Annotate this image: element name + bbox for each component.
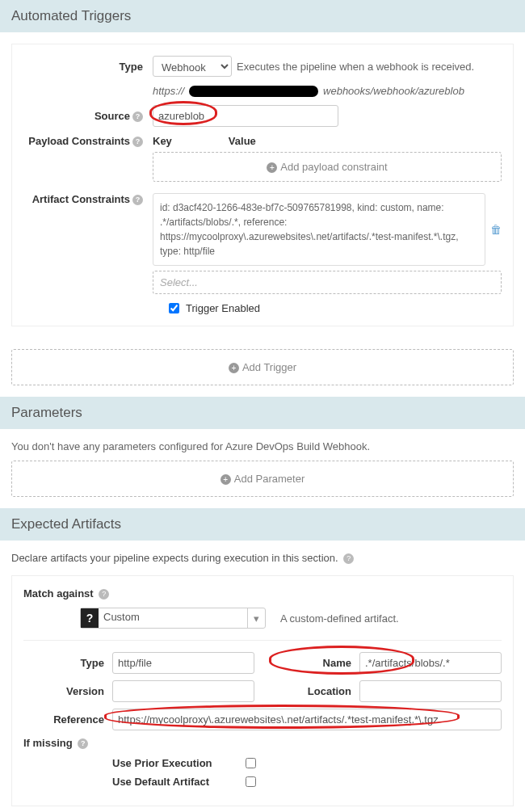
artifact-location-input[interactable] (359, 680, 502, 702)
chevron-down-icon: ▾ (247, 608, 265, 628)
plus-icon: + (229, 363, 239, 373)
match-against-select[interactable]: ? Custom ▾ (80, 608, 266, 629)
artifact-location-label: Location (271, 685, 359, 697)
payload-constraints-label: Payload Constraints? (23, 135, 153, 147)
parameters-empty-msg: You don't have any parameters configured… (11, 440, 514, 452)
match-against-label: Match against (23, 587, 94, 600)
trigger-config-box: Type Webhook Executes the pipeline when … (11, 44, 514, 326)
add-trigger-button[interactable]: +Add Trigger (11, 349, 514, 385)
triggers-header: Automated Triggers (0, 0, 525, 32)
use-prior-checkbox[interactable] (246, 758, 256, 768)
value-header: Value (229, 135, 256, 147)
use-default-label: Use Default Artifact (112, 776, 246, 788)
artifact-constraint-item[interactable]: id: d3acf420-1266-483e-bf7c-509765781998… (153, 193, 485, 266)
source-input[interactable] (153, 105, 338, 127)
type-label: Type (23, 61, 153, 73)
help-icon[interactable]: ? (99, 589, 109, 600)
expected-artifacts-header: Expected Artifacts (0, 508, 525, 541)
source-label: Source? (23, 110, 153, 122)
artifact-constraints-label: Artifact Constraints? (23, 193, 153, 205)
help-icon[interactable]: ? (343, 553, 354, 564)
artifact-type-label: Type (23, 657, 112, 669)
parameters-header: Parameters (0, 397, 525, 429)
redacted-host (189, 86, 318, 97)
help-icon[interactable]: ? (78, 738, 88, 749)
use-default-checkbox[interactable] (246, 776, 256, 787)
help-icon[interactable]: ? (132, 137, 143, 147)
artifact-reference-label: Reference (23, 713, 112, 726)
question-icon: ? (81, 608, 99, 628)
if-missing-label: If missing ? (23, 737, 136, 749)
webhook-url: https://webhooks/webhook/azureblob (153, 85, 502, 97)
plus-icon: + (267, 162, 277, 173)
artifact-reference-input[interactable] (112, 709, 502, 730)
artifact-select[interactable]: Select... (153, 271, 502, 294)
type-select[interactable]: Webhook (153, 56, 232, 77)
trigger-enabled-label: Trigger Enabled (186, 302, 260, 314)
match-against-description: A custom-defined artifact. (280, 612, 399, 625)
expected-artifacts-description: Declare artifacts your pipeline expects … (11, 552, 514, 564)
help-icon[interactable]: ? (132, 111, 143, 122)
trigger-enabled-checkbox[interactable] (169, 303, 179, 313)
plus-icon: + (220, 474, 231, 485)
add-payload-constraint-button[interactable]: +Add payload constraint (153, 152, 502, 182)
artifact-name-input[interactable] (359, 652, 502, 674)
add-parameter-button[interactable]: +Add Parameter (11, 461, 514, 497)
artifact-name-label: Name (271, 657, 359, 669)
trash-icon[interactable]: 🗑 (490, 223, 502, 236)
key-header: Key (153, 135, 172, 147)
help-icon[interactable]: ? (132, 195, 143, 205)
type-description: Executes the pipeline when a webhook is … (237, 61, 474, 73)
artifact-version-label: Version (23, 685, 112, 697)
artifact-type-input[interactable] (112, 652, 254, 674)
use-prior-label: Use Prior Execution (112, 757, 246, 769)
artifact-config-box: Match against ? ? Custom ▾ A custom-defi… (11, 575, 514, 806)
artifact-version-input[interactable] (112, 680, 254, 702)
